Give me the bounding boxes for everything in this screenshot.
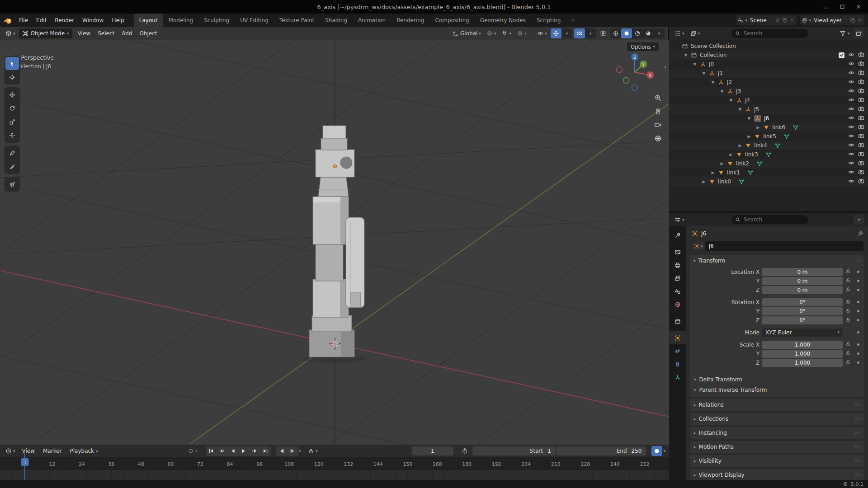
menu-edit[interactable]: Edit xyxy=(32,14,51,27)
pivot-point-dropdown[interactable]: ▾ xyxy=(485,28,498,38)
chevron-down-icon[interactable]: ▼ xyxy=(710,80,716,84)
panel-grip-icon[interactable]: ∷∷ xyxy=(855,258,861,264)
properties-tab-render[interactable] xyxy=(669,245,686,258)
outliner-row-link5[interactable]: ▶link5 xyxy=(669,132,868,141)
viewport-menu-add[interactable]: Add xyxy=(118,27,136,40)
shading-dropdown[interactable]: ▾ xyxy=(654,28,665,38)
hide-toggle[interactable] xyxy=(848,61,854,68)
xray-toggle[interactable] xyxy=(598,28,609,38)
frame-start-field[interactable]: Start 1 xyxy=(472,446,556,455)
render-visibility-toggle[interactable] xyxy=(858,151,864,159)
pin-icon[interactable] xyxy=(775,18,780,23)
hide-toggle[interactable] xyxy=(848,88,854,95)
lock-toggle[interactable] xyxy=(845,299,853,305)
timeline-ruler[interactable]: 1224364860728496108120132144156168180192… xyxy=(0,457,669,470)
chevron-right-icon[interactable]: ▶ xyxy=(710,170,716,175)
value-field[interactable]: 0° xyxy=(762,316,843,324)
tool-scale[interactable] xyxy=(5,115,19,128)
panel-motion-paths[interactable]: ▸Motion Paths∷∷ xyxy=(690,441,864,453)
close-icon[interactable] xyxy=(789,18,795,23)
hide-toggle[interactable] xyxy=(848,106,854,113)
frame-step-forward-button[interactable] xyxy=(287,446,298,456)
menu-file[interactable]: File xyxy=(15,14,32,27)
stopwatch-icon[interactable] xyxy=(462,448,468,454)
lock-toggle[interactable] xyxy=(845,350,853,357)
subpanel-parent-inverse-transform[interactable]: ▸Parent Inverse Transform xyxy=(690,385,864,395)
panel-viewport-display[interactable]: ▸Viewport Display∷∷ xyxy=(690,469,864,480)
tab-geometry-nodes[interactable]: Geometry Nodes xyxy=(475,14,531,27)
properties-tab-constraints[interactable] xyxy=(669,357,686,371)
lock-toggle[interactable] xyxy=(845,286,853,293)
tab-layout[interactable]: Layout xyxy=(134,14,163,27)
animate-dot[interactable] xyxy=(855,331,861,333)
outliner-row-link2[interactable]: ▶link2 xyxy=(669,159,868,168)
mode-dropdown-field[interactable]: XYZ Euler▾ xyxy=(762,328,843,337)
outliner-row-collection[interactable]: ▼Collection xyxy=(669,51,868,60)
gizmos-dropdown[interactable]: ▾ xyxy=(561,28,572,38)
render-visibility-toggle[interactable] xyxy=(858,97,864,104)
viewport-menu-select[interactable]: Select xyxy=(94,27,118,40)
tool-transform-tool[interactable] xyxy=(5,129,19,142)
object-name-field[interactable] xyxy=(705,241,863,251)
animate-dot[interactable] xyxy=(855,301,861,303)
render-visibility-toggle[interactable] xyxy=(858,115,864,122)
transform-panel-header[interactable]: ▾ Transform ∷∷ xyxy=(690,255,864,267)
chevron-down-icon[interactable]: ▼ xyxy=(683,53,689,57)
gizmo-minus-y[interactable] xyxy=(623,78,629,84)
snap-controls[interactable]: ▾ xyxy=(500,28,513,38)
mode-dropdown[interactable]: Object Mode ▾ xyxy=(19,28,72,38)
animate-dot[interactable] xyxy=(855,280,861,282)
animate-dot[interactable] xyxy=(855,289,861,291)
outliner-row-j0[interactable]: ▼J0 xyxy=(669,60,868,69)
value-field[interactable]: 0° xyxy=(762,307,843,315)
overlays-dropdown[interactable]: ▾ xyxy=(585,28,596,38)
tab-texture-paint[interactable]: Texture Paint xyxy=(274,14,320,27)
properties-tab-tool[interactable] xyxy=(669,229,686,242)
panel-grip-icon[interactable]: ∷∷ xyxy=(855,444,860,450)
tab-animation[interactable]: Animation xyxy=(353,14,391,27)
chevron-right-icon[interactable]: ▶ xyxy=(737,143,743,148)
shading-wireframe-button[interactable] xyxy=(610,28,621,38)
value-field[interactable]: 0 m xyxy=(762,268,843,276)
outliner-row-j2[interactable]: ▼J2 xyxy=(669,78,868,87)
lock-toggle[interactable] xyxy=(845,359,853,366)
outliner-row-link6[interactable]: ▶link6 xyxy=(669,123,868,132)
hide-toggle[interactable] xyxy=(848,115,854,122)
transport-jump-last-button[interactable] xyxy=(260,446,271,456)
panel-grip-icon[interactable]: ∷∷ xyxy=(855,430,860,436)
timeline-menu-view[interactable]: View xyxy=(18,445,39,457)
outliner-row-link4[interactable]: ▶link4 xyxy=(669,141,868,150)
chevron-right-icon[interactable]: ▶ xyxy=(746,134,752,139)
outliner-row-link0[interactable]: ▶link0 xyxy=(669,177,868,186)
viewport-menu-view[interactable]: View xyxy=(74,27,94,40)
tab-sculpting[interactable]: Sculpting xyxy=(198,14,235,27)
outliner-filter-button[interactable]: ▾ xyxy=(838,28,851,38)
render-visibility-toggle[interactable] xyxy=(858,142,864,150)
transport-play-reverse-button[interactable] xyxy=(227,446,238,456)
editor-type-button[interactable]: ▾ xyxy=(4,28,17,38)
chevron-down-icon[interactable]: ▾ xyxy=(299,449,301,453)
value-field[interactable]: 0 m xyxy=(762,286,843,294)
render-visibility-toggle[interactable] xyxy=(858,160,864,168)
render-visibility-toggle[interactable] xyxy=(858,52,864,59)
lock-toggle[interactable] xyxy=(845,317,853,324)
properties-options-button[interactable]: ▾ xyxy=(854,215,864,225)
timeline-menu-playback[interactable]: Playback ▾ xyxy=(66,445,102,457)
animate-dot[interactable] xyxy=(855,310,861,312)
animate-dot[interactable] xyxy=(855,352,861,355)
robot-model[interactable] xyxy=(302,126,367,363)
panel-grip-icon[interactable]: ∷∷ xyxy=(855,402,860,408)
navigation-gizmo[interactable]: Z X Y xyxy=(613,50,656,93)
tab-modeling[interactable]: Modeling xyxy=(163,14,199,27)
lock-toggle[interactable] xyxy=(845,268,853,275)
render-visibility-toggle[interactable] xyxy=(858,88,864,95)
close-button[interactable] xyxy=(854,2,863,12)
breadcrumb-object[interactable]: J6 xyxy=(701,230,706,237)
chevron-down-icon[interactable]: ▼ xyxy=(737,107,743,112)
playhead-line[interactable] xyxy=(24,453,25,480)
render-visibility-toggle[interactable] xyxy=(858,61,864,68)
pin-icon[interactable] xyxy=(857,230,863,237)
panel-grip-icon[interactable]: ∷∷ xyxy=(855,416,860,422)
object-id-dropdown[interactable]: ▾ xyxy=(692,241,705,251)
shading-solid-button[interactable] xyxy=(621,28,632,38)
